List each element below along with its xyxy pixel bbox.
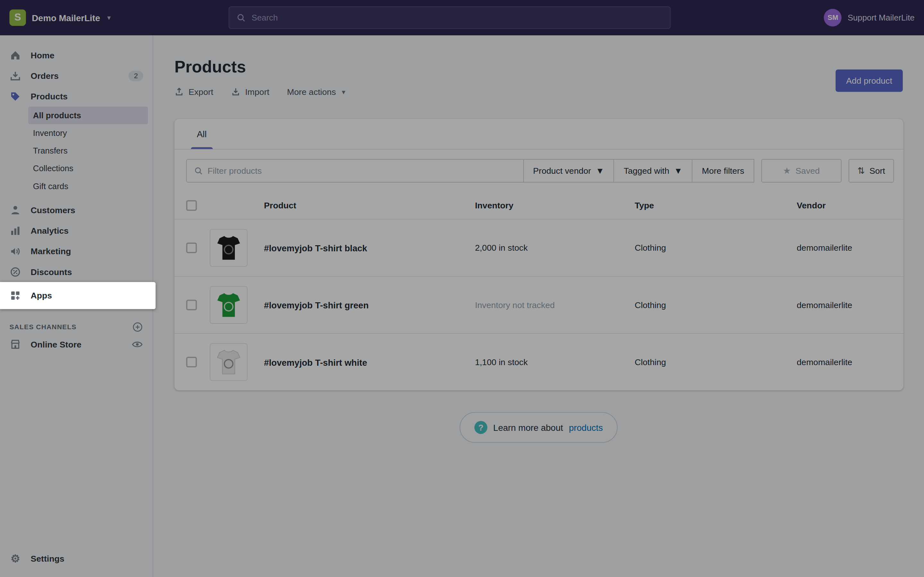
preview-store-eye-icon[interactable] xyxy=(132,338,144,350)
store-name: Demo MailerLite xyxy=(32,13,100,23)
global-search-input[interactable] xyxy=(252,13,663,22)
row-checkbox[interactable] xyxy=(186,357,197,367)
store-switcher[interactable]: S Demo MailerLite ▼ xyxy=(9,0,111,35)
sidebar-item-settings[interactable]: ⚙ Settings xyxy=(0,548,153,569)
orders-icon xyxy=(9,70,21,82)
sidebar-item-label: Apps xyxy=(31,291,52,300)
help-question-icon: ? xyxy=(475,421,487,434)
tab-bar: All xyxy=(174,119,903,150)
gear-icon: ⚙ xyxy=(9,552,21,565)
avatar: SM xyxy=(824,9,842,27)
sidebar-item-home[interactable]: Home xyxy=(0,45,153,65)
product-thumbnail xyxy=(210,286,248,324)
subnav-collections[interactable]: Collections xyxy=(28,160,148,177)
sidebar-item-label: Marketing xyxy=(31,247,71,256)
sidebar-item-label: Discounts xyxy=(31,267,72,276)
sidebar-item-label: Home xyxy=(31,50,55,60)
account-name: Support MailerLite xyxy=(848,13,915,22)
product-name[interactable]: #lovemyjob T-shirt white xyxy=(264,357,475,367)
learn-more-text: Learn more about xyxy=(493,422,563,432)
tshirt-black-image xyxy=(215,234,243,262)
filter-products-input[interactable] xyxy=(208,166,516,175)
marketing-icon xyxy=(9,245,21,257)
product-vendor-filter[interactable]: Product vendor ▼ xyxy=(523,159,614,182)
add-product-button[interactable]: Add product xyxy=(835,69,903,92)
sort-button[interactable]: ⇅ Sort xyxy=(849,159,894,182)
home-icon xyxy=(9,49,21,61)
sidebar-item-apps[interactable]: Apps xyxy=(0,282,156,309)
subnav-gift-cards[interactable]: Gift cards xyxy=(28,177,148,195)
subnav-inventory[interactable]: Inventory xyxy=(28,124,148,142)
sidebar-item-analytics[interactable]: Analytics xyxy=(0,220,153,241)
sidebar-item-orders[interactable]: Orders 2 xyxy=(0,65,153,86)
account-menu[interactable]: SM Support MailerLite xyxy=(824,0,914,35)
apps-icon xyxy=(9,290,21,301)
sidebar-item-marketing[interactable]: Marketing xyxy=(0,241,153,261)
chevron-down-icon: ▼ xyxy=(674,166,682,175)
row-checkbox[interactable] xyxy=(186,243,197,253)
sidebar-item-label: Online Store xyxy=(31,340,81,349)
chevron-down-icon: ▼ xyxy=(106,15,111,21)
tshirt-white-image xyxy=(215,348,243,376)
product-inventory: Inventory not tracked xyxy=(475,300,635,309)
saved-button[interactable]: ★ Saved xyxy=(761,159,842,182)
product-name[interactable]: #lovemyjob T-shirt black xyxy=(264,243,475,253)
filter-bar: Product vendor ▼ Tagged with ▼ More filt… xyxy=(174,150,903,192)
add-sales-channel-button[interactable] xyxy=(132,321,144,333)
sidebar-item-discounts[interactable]: Discounts xyxy=(0,261,153,282)
filter-products-search[interactable] xyxy=(186,159,523,182)
product-vendor: demomailerlite xyxy=(796,358,892,367)
product-inventory: 2,000 in stock xyxy=(475,243,635,253)
sidebar: Home Orders 2 Products All products Inve… xyxy=(0,35,153,577)
row-checkbox[interactable] xyxy=(186,300,197,310)
product-vendor: demomailerlite xyxy=(796,300,892,309)
sales-channels-header: SALES CHANNELS xyxy=(0,319,153,334)
products-card: All Product vendor ▼ Tagged with ▼ xyxy=(174,119,903,390)
table-row[interactable]: #lovemyjob T-shirt white 1,100 in stock … xyxy=(174,334,903,390)
column-header-inventory: Inventory xyxy=(475,201,635,210)
search-icon xyxy=(194,166,203,175)
product-type: Clothing xyxy=(635,300,796,309)
sidebar-item-customers[interactable]: Customers xyxy=(0,200,153,220)
column-header-product: Product xyxy=(264,201,475,210)
table-row[interactable]: #lovemyjob T-shirt green Inventory not t… xyxy=(174,276,903,333)
global-search[interactable] xyxy=(229,6,671,29)
tagged-with-filter[interactable]: Tagged with ▼ xyxy=(614,159,693,182)
subnav-all-products[interactable]: All products xyxy=(28,106,148,124)
import-button[interactable]: Import xyxy=(231,87,270,97)
subnav-transfers[interactable]: Transfers xyxy=(28,142,148,160)
learn-more-products-link[interactable]: products xyxy=(569,422,603,432)
online-store-icon xyxy=(9,338,21,350)
shopify-logo-icon: S xyxy=(9,9,26,26)
sidebar-item-label: Settings xyxy=(31,554,65,563)
sort-arrows-icon: ⇅ xyxy=(857,165,865,176)
page-actions: Export Import More actions ▼ xyxy=(174,87,347,97)
products-subnav: All products Inventory Transfers Collect… xyxy=(0,106,153,199)
chevron-down-icon: ▼ xyxy=(596,166,604,175)
table-row[interactable]: #lovemyjob T-shirt black 2,000 in stock … xyxy=(174,219,903,276)
sidebar-item-label: Orders xyxy=(31,71,59,80)
products-tag-icon xyxy=(9,90,21,102)
sidebar-item-products[interactable]: Products xyxy=(0,86,153,106)
learn-more-pill: ? Learn more about products xyxy=(460,412,618,443)
customers-icon xyxy=(9,204,21,216)
export-button[interactable]: Export xyxy=(174,87,213,97)
column-header-type: Type xyxy=(635,201,796,210)
table-header: Product Inventory Type Vendor xyxy=(174,192,903,219)
product-thumbnail xyxy=(210,343,248,381)
orders-count-badge: 2 xyxy=(129,70,143,81)
discounts-icon xyxy=(9,266,21,277)
tab-all[interactable]: All xyxy=(187,119,216,149)
product-name[interactable]: #lovemyjob T-shirt green xyxy=(264,300,475,310)
learn-more-footer: ? Learn more about products xyxy=(153,412,924,443)
analytics-icon xyxy=(9,225,21,237)
more-actions-button[interactable]: More actions ▼ xyxy=(287,87,347,97)
page-title: Products xyxy=(174,58,246,77)
main-content: Products Export Import More actions ▼ Ad… xyxy=(153,35,924,577)
product-type: Clothing xyxy=(635,243,796,253)
select-all-checkbox[interactable] xyxy=(186,200,197,211)
sidebar-item-online-store[interactable]: Online Store xyxy=(0,334,153,354)
more-filters-button[interactable]: More filters xyxy=(692,159,754,182)
sidebar-item-label: Products xyxy=(31,92,68,101)
chevron-down-icon: ▼ xyxy=(341,89,347,95)
